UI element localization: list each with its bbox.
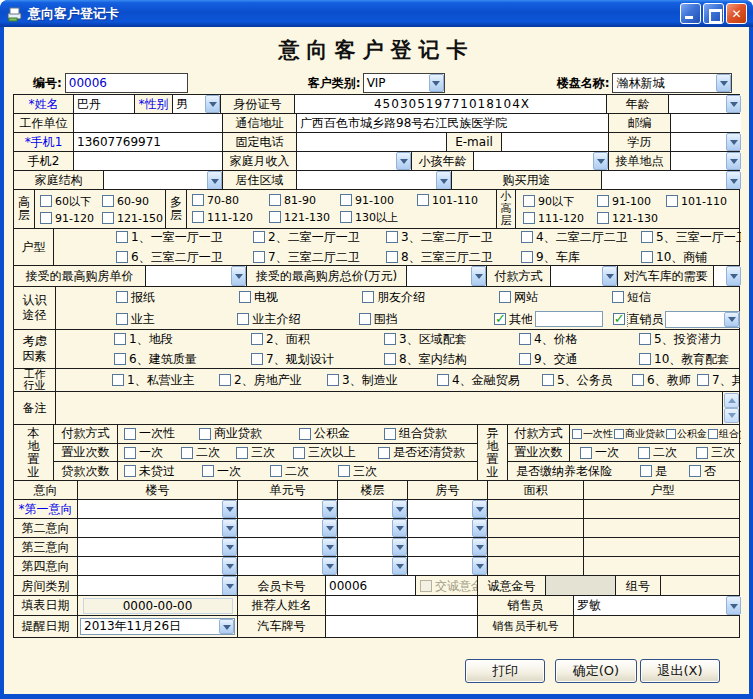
workplace-field[interactable] [74,114,223,132]
checkbox-icon[interactable] [251,353,263,365]
channel-option[interactable]: 业主介绍 [237,311,358,328]
checkbox-icon[interactable] [112,374,124,386]
remote-pay-option[interactable]: 组合贷款 [708,427,741,441]
room-category-select[interactable] [78,576,238,596]
checkbox-icon[interactable] [236,447,248,459]
checkbox-icon[interactable] [523,195,535,207]
floor-range-option[interactable]: 101-110 [417,194,496,207]
checkbox-icon[interactable] [237,313,249,325]
checkbox-icon[interactable] [124,447,136,459]
factor-option[interactable]: 9、交通 [519,351,639,368]
checkbox-icon[interactable] [124,428,136,440]
local-loan-option[interactable]: 三次 [338,463,477,480]
industry-option[interactable]: 1、私营业主 [112,372,219,389]
floor-range-option[interactable]: 101-110 [666,194,741,209]
factor-option[interactable]: 10、教育配套 [639,351,740,368]
checkbox-icon[interactable] [269,211,281,223]
garage-need-select[interactable] [714,266,741,286]
unit-select[interactable] [238,519,338,537]
checkbox-icon[interactable] [102,212,114,224]
checked-checkbox-icon[interactable] [613,313,625,325]
unit-type-option[interactable]: 10、商铺 [641,249,741,266]
room-select[interactable] [408,500,488,518]
checkbox-icon[interactable] [192,211,204,223]
floor-range-option[interactable]: 60以下 [40,194,102,209]
checkbox-icon[interactable] [124,465,136,477]
checkbox-icon[interactable] [116,251,128,263]
floor-range-option[interactable]: 70-80 [192,194,269,207]
unit-type-option[interactable]: 2、二室一厅一卫 [253,229,386,246]
remark-scrollbar[interactable] [723,392,740,424]
channel-option[interactable]: 电视 [239,289,362,306]
checkbox-icon[interactable] [437,374,449,386]
email-field[interactable] [502,133,609,151]
checkbox-icon[interactable] [523,212,535,224]
telephone-field[interactable] [297,133,447,151]
checkbox-icon[interactable] [116,291,128,303]
industry-option[interactable]: 2、房地产业 [219,372,327,389]
channel-option[interactable]: 报纸 [116,289,239,306]
room-select[interactable] [408,519,488,537]
channel-option[interactable]: 业主 [116,311,237,328]
zip-field[interactable] [671,114,741,132]
factor-option[interactable]: 1、地段 [114,331,251,348]
checkbox-icon[interactable] [102,195,114,207]
checkbox-icon[interactable] [340,194,352,206]
building-select[interactable] [78,500,238,518]
remote-times-option[interactable]: 一次 [580,444,638,461]
seller-phone-field[interactable] [574,616,741,637]
checkbox-icon[interactable] [521,251,533,263]
max-unit-price-select[interactable] [146,266,247,286]
print-button[interactable]: 打印 [465,659,545,683]
unit-type-option[interactable]: 9、车库 [521,249,641,266]
checkbox-icon[interactable] [340,211,352,223]
floor-range-option[interactable]: 91-120 [40,212,102,225]
channel-other-input[interactable] [535,311,602,327]
checkbox-icon[interactable] [696,447,708,459]
checkbox-icon[interactable] [542,374,554,386]
checkbox-icon[interactable] [638,447,650,459]
member-card-field[interactable]: 00006 [326,576,416,596]
checkbox-icon[interactable] [384,353,396,365]
checkbox-icon[interactable] [641,231,653,243]
checkbox-icon[interactable] [270,465,282,477]
channel-direct-option[interactable]: 直销员 [613,311,663,328]
mobile1-field[interactable]: 13607769971 [74,133,223,151]
local-pay-option[interactable]: 组合贷款 [384,425,477,442]
channel-option[interactable]: 网站 [499,289,612,306]
customer-type-select[interactable]: VIP [363,73,445,93]
car-plate-field[interactable] [326,616,478,637]
estate-select[interactable]: 瀚林新城 [612,73,732,93]
remote-times-option[interactable]: 二次 [638,444,696,461]
floor-select[interactable] [338,519,408,537]
checkbox-icon[interactable] [697,374,709,386]
local-times-option[interactable]: 二次 [181,444,236,461]
payment-method-select[interactable] [551,266,618,286]
id-field[interactable]: 45030519771018104X [295,95,607,113]
checkbox-icon[interactable] [116,231,128,243]
referrer-field[interactable] [326,596,478,615]
floor-range-option[interactable]: 121-130 [597,212,666,225]
group-no-field[interactable] [661,576,741,596]
floor-select[interactable] [338,500,408,518]
unit-type-option[interactable]: 6、三室二厅一卫 [116,249,253,266]
floor-range-option[interactable]: 60-90 [102,194,165,209]
local-times-option[interactable]: 一次 [124,444,181,461]
factor-option[interactable]: 7、规划设计 [251,351,384,368]
checkbox-icon[interactable] [116,313,128,325]
checkbox-icon[interactable] [597,212,609,224]
checkbox-icon[interactable] [269,194,281,206]
income-select[interactable] [297,152,412,170]
room-select[interactable] [408,538,488,556]
checkbox-icon[interactable] [499,291,511,303]
local-times-option[interactable]: 是否还清贷款 [378,444,477,461]
region-select[interactable] [297,171,452,190]
checkbox-icon[interactable] [639,353,651,365]
factor-option[interactable]: 8、室内结构 [384,351,519,368]
remote-pay-option[interactable]: 一次性 [572,427,614,441]
checkbox-icon[interactable] [640,465,652,477]
local-loan-option[interactable]: 一次 [202,463,270,480]
industry-option[interactable]: 7、其他 [697,372,740,389]
checkbox-icon[interactable] [612,291,624,303]
checkbox-icon[interactable] [597,195,609,207]
